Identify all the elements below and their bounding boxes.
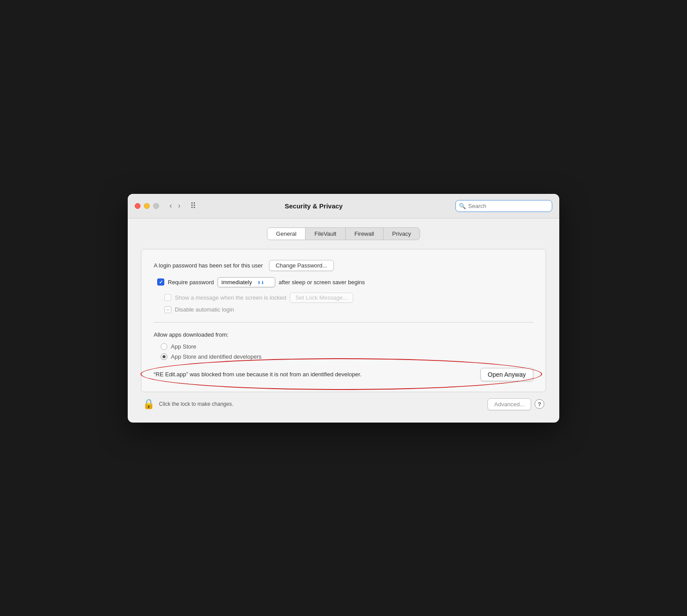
section-divider xyxy=(154,322,533,323)
change-password-button[interactable]: Change Password... xyxy=(269,260,334,271)
app-store-identified-label: App Store and identified developers xyxy=(171,353,262,360)
tab-firewall[interactable]: Firewall xyxy=(346,228,384,240)
security-privacy-window: ‹ › ⠿ Security & Privacy 🔍 General FileV… xyxy=(128,194,559,423)
disable-autologin-row: Disable automatic login xyxy=(164,306,533,313)
blocked-app-row: “RE Edit.app” was blocked from use becau… xyxy=(154,367,533,383)
dropdown-arrows-icon: ⬆⬇ xyxy=(257,280,264,285)
show-message-row: Show a message when the screen is locked… xyxy=(164,293,533,303)
lock-section: 🔒 Click the lock to make changes. xyxy=(143,398,233,410)
app-store-identified-row: App Store and identified developers xyxy=(161,353,533,360)
tab-filevault[interactable]: FileVault xyxy=(306,228,346,240)
search-icon: 🔍 xyxy=(459,203,466,209)
traffic-lights xyxy=(135,203,159,209)
blocked-app-wrapper: “RE Edit.app” was blocked from use becau… xyxy=(154,367,533,383)
help-button[interactable]: ? xyxy=(535,399,544,409)
disable-autologin-label: Disable automatic login xyxy=(175,306,234,313)
require-password-label: Require password xyxy=(168,279,214,286)
login-password-row: A login password has been set for this u… xyxy=(154,260,533,271)
require-password-checkbox[interactable] xyxy=(157,278,164,286)
advanced-button[interactable]: Advanced... xyxy=(488,398,531,410)
app-store-label: App Store xyxy=(171,343,196,350)
app-store-identified-radio[interactable] xyxy=(161,353,167,360)
show-message-checkbox xyxy=(164,294,171,301)
open-anyway-button[interactable]: Open Anyway xyxy=(480,368,533,381)
minimize-button[interactable] xyxy=(144,203,150,209)
download-source-radio-group: App Store App Store and identified devel… xyxy=(161,343,533,360)
maximize-button[interactable] xyxy=(153,203,159,209)
back-button[interactable]: ‹ xyxy=(168,201,174,211)
tabs-container: General FileVault Firewall Privacy xyxy=(141,227,546,240)
set-lock-message-button: Set Lock Message... xyxy=(290,293,353,303)
lock-icon[interactable]: 🔒 xyxy=(143,398,155,410)
disable-autologin-checkbox xyxy=(164,306,171,313)
require-password-dropdown-wrapper: immediately ⬆⬇ xyxy=(218,277,275,287)
window-title: Security & Privacy xyxy=(177,202,450,210)
show-message-label: Show a message when the screen is locked xyxy=(175,294,286,301)
login-password-label: A login password has been set for this u… xyxy=(154,262,263,269)
footer-right: Advanced... ? xyxy=(488,398,544,410)
search-input[interactable] xyxy=(455,200,552,212)
lock-text: Click the lock to make changes. xyxy=(159,401,233,407)
require-password-dropdown[interactable]: immediately ⬆⬇ xyxy=(218,277,275,287)
content-area: General FileVault Firewall Privacy A log… xyxy=(128,219,559,423)
tab-general[interactable]: General xyxy=(267,228,306,240)
tabs: General FileVault Firewall Privacy xyxy=(267,227,420,240)
allow-apps-label: Allow apps downloaded from: xyxy=(154,331,533,338)
blocked-app-message: “RE Edit.app” was blocked from use becau… xyxy=(154,370,362,379)
require-password-row: Require password immediately ⬆⬇ after sl… xyxy=(157,277,533,287)
search-container: 🔍 xyxy=(455,200,552,212)
footer: 🔒 Click the lock to make changes. Advanc… xyxy=(141,392,546,412)
titlebar: ‹ › ⠿ Security & Privacy 🔍 xyxy=(128,194,559,219)
tab-privacy[interactable]: Privacy xyxy=(384,228,420,240)
after-sleep-label: after sleep or screen saver begins xyxy=(279,279,365,286)
general-panel: A login password has been set for this u… xyxy=(141,249,546,392)
app-store-radio[interactable] xyxy=(161,343,167,350)
close-button[interactable] xyxy=(135,203,140,209)
app-store-row: App Store xyxy=(161,343,533,350)
